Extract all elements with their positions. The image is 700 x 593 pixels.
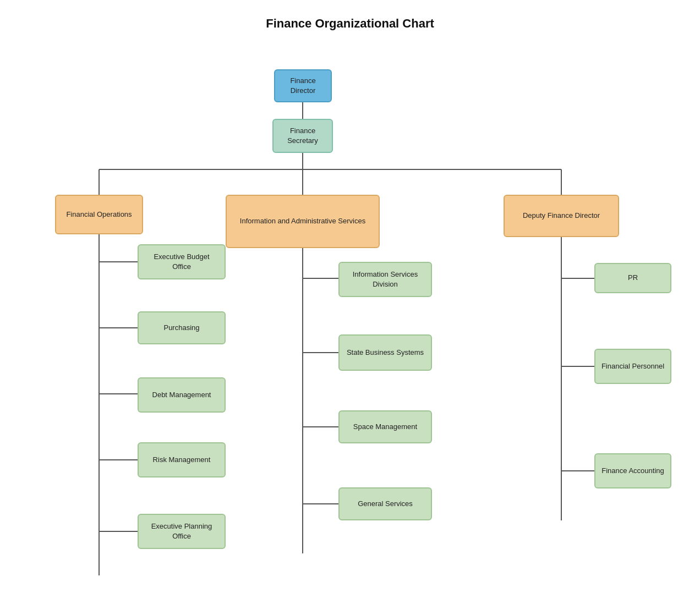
space-management-node: Space Management: [338, 410, 432, 443]
page-title: Finance Organizational Chart: [11, 17, 689, 31]
debt-management-node: Debt Management: [138, 377, 226, 413]
finance-director-node: Finance Director: [274, 69, 332, 102]
executive-budget-office-node: Executive Budget Office: [138, 244, 226, 279]
deputy-finance-director-node: Deputy Finance Director: [504, 195, 619, 237]
financial-operations-node: Financial Operations: [55, 195, 143, 234]
info-admin-services-node: Information and Administrative Services: [226, 195, 380, 248]
executive-planning-office-node: Executive Planning Office: [138, 514, 226, 549]
info-services-division-node: Information Services Division: [338, 262, 432, 297]
pr-node: PR: [594, 263, 671, 293]
state-business-systems-node: State Business Systems: [338, 334, 432, 371]
finance-secretary-node: Finance Secretary: [272, 119, 333, 153]
general-services-node: General Services: [338, 487, 432, 520]
finance-accounting-node: Finance Accounting: [594, 453, 671, 488]
org-chart: Finance Director Finance Secretary Finan…: [11, 47, 689, 581]
risk-management-node: Risk Management: [138, 442, 226, 477]
financial-personnel-node: Financial Personnel: [594, 349, 671, 384]
purchasing-node: Purchasing: [138, 311, 226, 344]
